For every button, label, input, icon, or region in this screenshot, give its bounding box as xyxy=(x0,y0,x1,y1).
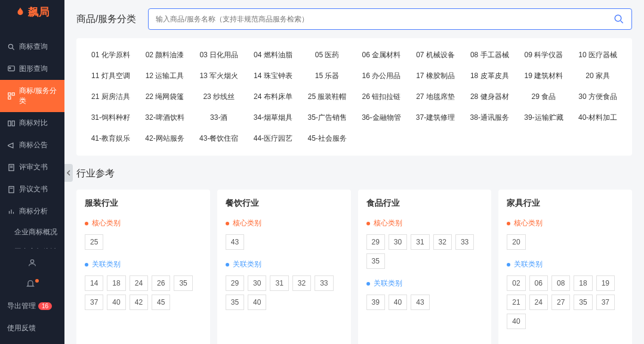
category-item[interactable]: 23 纱线丝 xyxy=(194,92,244,102)
category-item[interactable]: 18 皮革皮具 xyxy=(465,71,514,81)
category-tag[interactable]: 39 xyxy=(366,295,385,310)
category-tag[interactable]: 43 xyxy=(411,295,429,310)
category-tag[interactable]: 33 xyxy=(455,234,474,250)
nav-sub-enterprise[interactable]: 企业商标概况 xyxy=(0,222,64,242)
collapse-sidebar-button[interactable] xyxy=(64,164,73,182)
category-tag[interactable]: 18 xyxy=(574,275,592,291)
category-tag[interactable]: 24 xyxy=(529,295,548,310)
nav-category[interactable]: 商标/服务分类 xyxy=(0,80,64,112)
category-tag[interactable]: 30 xyxy=(248,275,266,291)
category-tag[interactable]: 31 xyxy=(411,234,429,250)
category-tag[interactable]: 08 xyxy=(551,275,570,291)
category-item[interactable]: 25 服装鞋帽 xyxy=(303,92,352,102)
category-item[interactable]: 11 灯具空调 xyxy=(86,71,135,81)
category-item[interactable]: 02 颜料油漆 xyxy=(140,50,190,60)
category-item[interactable]: 03 日化用品 xyxy=(194,50,244,60)
category-item[interactable]: 27 地毯席垫 xyxy=(411,92,460,102)
category-item[interactable]: 09 科学仪器 xyxy=(519,50,569,60)
category-tag[interactable]: 18 xyxy=(107,275,125,291)
category-item[interactable]: 21 厨房洁具 xyxy=(86,92,135,102)
category-item[interactable]: 14 珠宝钟表 xyxy=(248,71,298,81)
category-tag[interactable]: 42 xyxy=(130,295,148,310)
category-item[interactable]: 41-教育娱乐 xyxy=(86,134,135,144)
nav-image-search[interactable]: 图形查询 xyxy=(0,58,64,80)
nav-compare[interactable]: 商标对比 xyxy=(0,112,64,134)
category-item[interactable]: 13 军火烟火 xyxy=(194,71,244,81)
nav-announcement[interactable]: 商标公告 xyxy=(0,134,64,156)
category-item[interactable]: 40-材料加工 xyxy=(573,113,623,123)
category-item[interactable]: 43-餐饮住宿 xyxy=(194,134,244,144)
category-item[interactable]: 16 办公用品 xyxy=(356,71,406,81)
category-tag[interactable]: 30 xyxy=(389,234,407,250)
search-icon[interactable] xyxy=(614,14,624,24)
category-tag[interactable]: 32 xyxy=(292,275,311,291)
user-icon-row[interactable] xyxy=(0,253,64,274)
nav-objection-docs[interactable]: 异议文书 xyxy=(0,178,64,200)
nav-trademark-search[interactable]: 商标查询 xyxy=(0,36,64,58)
category-tag[interactable]: 32 xyxy=(433,234,452,250)
category-item[interactable]: 15 乐器 xyxy=(303,71,352,81)
nav-analysis[interactable]: 商标分析 xyxy=(0,200,64,222)
category-item[interactable]: 20 家具 xyxy=(573,71,623,81)
nav-review-docs[interactable]: 评审文书 xyxy=(0,156,64,178)
category-item[interactable]: 35-广告销售 xyxy=(303,113,352,123)
category-tag[interactable]: 37 xyxy=(85,295,103,310)
category-item[interactable]: 42-网站服务 xyxy=(140,134,190,144)
category-tag[interactable]: 37 xyxy=(596,295,615,310)
category-tag[interactable]: 40 xyxy=(107,295,125,310)
category-tag[interactable]: 06 xyxy=(529,275,548,291)
category-item[interactable]: 34-烟草烟具 xyxy=(248,113,298,123)
category-tag[interactable]: 35 xyxy=(574,295,592,310)
category-item[interactable]: 12 运输工具 xyxy=(140,71,190,81)
search-box[interactable] xyxy=(148,8,632,30)
category-tag[interactable]: 19 xyxy=(596,275,615,291)
nav-sub-domestic[interactable]: 国内商标统计 xyxy=(0,242,64,249)
category-tag[interactable]: 29 xyxy=(226,275,244,291)
category-tag[interactable]: 26 xyxy=(152,275,170,291)
category-tag[interactable]: 45 xyxy=(152,295,170,310)
category-tag[interactable]: 43 xyxy=(226,234,244,250)
category-tag[interactable]: 31 xyxy=(270,275,288,291)
search-input[interactable] xyxy=(156,15,614,23)
category-tag[interactable]: 40 xyxy=(389,295,407,310)
category-tag[interactable]: 35 xyxy=(174,275,192,291)
category-item[interactable]: 38-通讯服务 xyxy=(465,113,514,123)
category-item[interactable]: 06 金属材料 xyxy=(356,50,406,60)
category-tag[interactable]: 24 xyxy=(130,275,148,291)
category-item[interactable]: 29 食品 xyxy=(519,92,569,102)
category-item[interactable]: 08 手工器械 xyxy=(465,50,514,60)
bell-icon-row[interactable] xyxy=(0,274,64,295)
feedback[interactable]: 使用反馈 xyxy=(0,317,64,339)
category-item[interactable]: 26 钮扣拉链 xyxy=(356,92,406,102)
category-tag[interactable]: 27 xyxy=(551,295,570,310)
category-item[interactable]: 37-建筑修理 xyxy=(411,113,460,123)
category-item[interactable]: 36-金融物管 xyxy=(356,113,406,123)
category-item[interactable]: 28 健身器材 xyxy=(465,92,514,102)
category-item[interactable]: 04 燃料油脂 xyxy=(248,50,298,60)
category-item[interactable]: 19 建筑材料 xyxy=(519,71,569,81)
category-item[interactable]: 30 方便食品 xyxy=(573,92,623,102)
category-item[interactable]: 44-医疗园艺 xyxy=(248,134,298,144)
category-item[interactable]: 05 医药 xyxy=(303,50,352,60)
category-tag[interactable]: 29 xyxy=(366,234,385,250)
category-tag[interactable]: 35 xyxy=(366,253,385,269)
category-item[interactable]: 01 化学原料 xyxy=(86,50,135,60)
category-tag[interactable]: 35 xyxy=(226,295,244,310)
category-item[interactable]: 33-酒 xyxy=(194,113,244,123)
category-tag[interactable]: 25 xyxy=(85,234,103,250)
category-item[interactable]: 10 医疗器械 xyxy=(573,50,623,60)
category-tag[interactable]: 40 xyxy=(507,314,525,329)
category-tag[interactable]: 33 xyxy=(315,275,333,291)
category-tag[interactable]: 21 xyxy=(507,295,525,310)
category-tag[interactable]: 40 xyxy=(248,295,266,310)
category-item[interactable]: 17 橡胶制品 xyxy=(411,71,460,81)
category-item[interactable]: 32-啤酒饮料 xyxy=(140,113,190,123)
category-item[interactable]: 45-社会服务 xyxy=(303,134,352,144)
category-item[interactable]: 24 布料床单 xyxy=(248,92,298,102)
export-manage[interactable]: 导出管理16 xyxy=(0,295,64,317)
category-tag[interactable]: 14 xyxy=(85,275,103,291)
category-item[interactable]: 39-运输贮藏 xyxy=(519,113,569,123)
category-tag[interactable]: 20 xyxy=(507,234,525,250)
category-tag[interactable]: 02 xyxy=(507,275,525,291)
category-item[interactable]: 22 绳网袋篷 xyxy=(140,92,190,102)
